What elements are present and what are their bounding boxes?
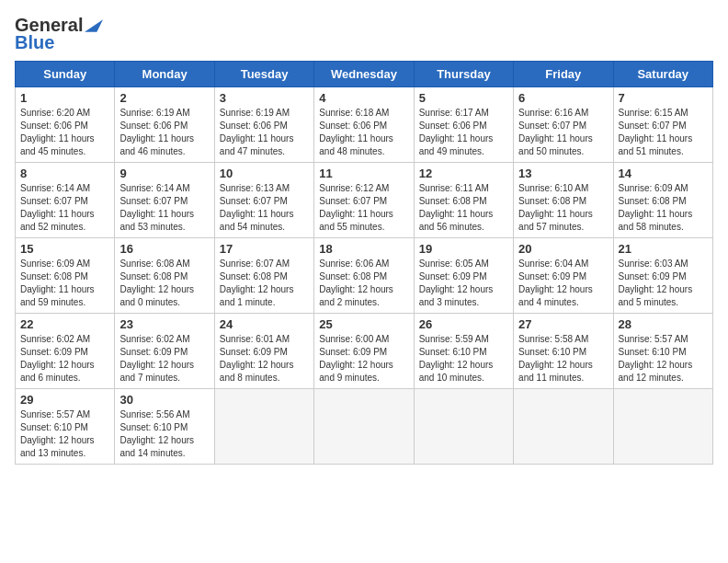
logo-icon — [85, 19, 103, 32]
day-info: Sunrise: 6:11 AM Sunset: 6:08 PM Dayligh… — [419, 182, 508, 234]
sunrise-time: Sunrise: 6:02 AM — [119, 334, 189, 344]
day-number: 12 — [419, 167, 508, 180]
daylight-hours: Daylight: 11 hours and 50 minutes. — [518, 133, 593, 156]
calendar-week-3: 15 Sunrise: 6:09 AM Sunset: 6:08 PM Dayl… — [16, 238, 713, 314]
sunset-time: Sunset: 6:07 PM — [119, 196, 188, 206]
calendar-week-1: 1 Sunrise: 6:20 AM Sunset: 6:06 PM Dayli… — [16, 87, 713, 163]
day-cell-20: 20 Sunrise: 6:04 AM Sunset: 6:09 PM Dayl… — [514, 238, 613, 314]
daylight-hours: Daylight: 12 hours and 1 minute. — [220, 284, 294, 307]
day-cell-25: 25 Sunrise: 6:00 AM Sunset: 6:09 PM Dayl… — [314, 314, 414, 389]
daylight-hours: Daylight: 11 hours and 54 minutes. — [220, 209, 294, 232]
day-number: 19 — [419, 242, 508, 256]
day-cell-19: 19 Sunrise: 6:05 AM Sunset: 6:09 PM Dayl… — [414, 238, 513, 314]
sunset-time: Sunset: 6:09 PM — [220, 347, 288, 357]
day-header-tuesday: Tuesday — [214, 62, 313, 87]
svg-marker-0 — [85, 19, 103, 31]
sunset-time: Sunset: 6:09 PM — [119, 347, 188, 357]
sunset-time: Sunset: 6:07 PM — [518, 121, 586, 131]
sunset-time: Sunset: 6:06 PM — [419, 121, 487, 131]
day-number: 16 — [119, 242, 209, 256]
sunrise-time: Sunrise: 6:14 AM — [119, 183, 189, 193]
day-number: 10 — [220, 167, 309, 180]
calendar-week-5: 29 Sunrise: 5:57 AM Sunset: 6:10 PM Dayl… — [16, 389, 713, 465]
sunrise-time: Sunrise: 6:15 AM — [619, 108, 688, 118]
day-header-wednesday: Wednesday — [314, 62, 414, 87]
day-number: 2 — [119, 91, 209, 105]
day-cell-18: 18 Sunrise: 6:06 AM Sunset: 6:08 PM Dayl… — [314, 238, 414, 314]
daylight-hours: Daylight: 11 hours and 45 minutes. — [20, 133, 95, 156]
sunset-time: Sunset: 6:09 PM — [518, 271, 586, 282]
day-number: 21 — [619, 242, 708, 256]
day-info: Sunrise: 6:01 AM Sunset: 6:09 PM Dayligh… — [220, 333, 309, 385]
daylight-hours: Daylight: 11 hours and 59 minutes. — [20, 284, 95, 307]
sunrise-time: Sunrise: 6:02 AM — [20, 334, 90, 344]
day-header-monday: Monday — [115, 62, 214, 87]
sunrise-time: Sunrise: 6:01 AM — [220, 334, 290, 344]
day-number: 8 — [20, 167, 109, 180]
sunrise-time: Sunrise: 6:09 AM — [20, 259, 90, 269]
sunrise-time: Sunrise: 5:57 AM — [20, 409, 90, 419]
day-cell-13: 13 Sunrise: 6:10 AM Sunset: 6:08 PM Dayl… — [514, 163, 613, 238]
calendar-week-2: 8 Sunrise: 6:14 AM Sunset: 6:07 PM Dayli… — [16, 163, 713, 238]
sunrise-time: Sunrise: 6:17 AM — [419, 108, 489, 118]
day-info: Sunrise: 6:19 AM Sunset: 6:06 PM Dayligh… — [220, 107, 309, 158]
day-cell-29: 29 Sunrise: 5:57 AM Sunset: 6:10 PM Dayl… — [16, 389, 115, 465]
day-info: Sunrise: 6:05 AM Sunset: 6:09 PM Dayligh… — [419, 258, 508, 309]
day-cell-2: 2 Sunrise: 6:19 AM Sunset: 6:06 PM Dayli… — [115, 87, 214, 163]
logo-blue: Blue — [15, 32, 54, 53]
day-header-saturday: Saturday — [613, 62, 712, 87]
day-header-sunday: Sunday — [16, 62, 115, 87]
sunrise-time: Sunrise: 6:11 AM — [419, 183, 489, 193]
day-header-friday: Friday — [514, 62, 613, 87]
daylight-hours: Daylight: 11 hours and 47 minutes. — [220, 133, 294, 156]
day-cell-14: 14 Sunrise: 6:09 AM Sunset: 6:08 PM Dayl… — [613, 163, 712, 238]
sunset-time: Sunset: 6:10 PM — [20, 422, 88, 432]
sunset-time: Sunset: 6:09 PM — [619, 271, 687, 282]
sunrise-time: Sunrise: 6:14 AM — [20, 183, 90, 193]
daylight-hours: Daylight: 12 hours and 9 minutes. — [319, 360, 393, 383]
day-info: Sunrise: 6:04 AM Sunset: 6:09 PM Dayligh… — [518, 258, 608, 309]
sunset-time: Sunset: 6:08 PM — [20, 271, 88, 282]
daylight-hours: Daylight: 11 hours and 46 minutes. — [119, 133, 194, 156]
day-cell-16: 16 Sunrise: 6:08 AM Sunset: 6:08 PM Dayl… — [115, 238, 214, 314]
day-info: Sunrise: 6:14 AM Sunset: 6:07 PM Dayligh… — [119, 182, 209, 234]
day-info: Sunrise: 6:03 AM Sunset: 6:09 PM Dayligh… — [619, 258, 708, 309]
day-cell-11: 11 Sunrise: 6:12 AM Sunset: 6:07 PM Dayl… — [314, 163, 414, 238]
daylight-hours: Daylight: 11 hours and 58 minutes. — [619, 209, 693, 232]
day-info: Sunrise: 6:09 AM Sunset: 6:08 PM Dayligh… — [20, 258, 109, 309]
day-cell-27: 27 Sunrise: 5:58 AM Sunset: 6:10 PM Dayl… — [514, 314, 613, 389]
sunset-time: Sunset: 6:06 PM — [220, 121, 288, 131]
day-number: 27 — [518, 317, 608, 331]
sunrise-time: Sunrise: 6:20 AM — [20, 108, 90, 118]
sunset-time: Sunset: 6:10 PM — [518, 347, 586, 357]
day-cell-4: 4 Sunrise: 6:18 AM Sunset: 6:06 PM Dayli… — [314, 87, 414, 163]
sunset-time: Sunset: 6:07 PM — [319, 196, 387, 206]
sunset-time: Sunset: 6:09 PM — [419, 271, 487, 282]
sunrise-time: Sunrise: 6:05 AM — [419, 259, 489, 269]
day-cell-6: 6 Sunrise: 6:16 AM Sunset: 6:07 PM Dayli… — [514, 87, 613, 163]
day-cell-23: 23 Sunrise: 6:02 AM Sunset: 6:09 PM Dayl… — [115, 314, 214, 389]
sunset-time: Sunset: 6:06 PM — [119, 121, 188, 131]
day-info: Sunrise: 6:09 AM Sunset: 6:08 PM Dayligh… — [619, 182, 708, 234]
day-info: Sunrise: 6:18 AM Sunset: 6:06 PM Dayligh… — [319, 107, 408, 158]
sunset-time: Sunset: 6:10 PM — [419, 347, 487, 357]
day-cell-21: 21 Sunrise: 6:03 AM Sunset: 6:09 PM Dayl… — [613, 238, 712, 314]
sunrise-time: Sunrise: 6:13 AM — [220, 183, 290, 193]
sunrise-time: Sunrise: 6:12 AM — [319, 183, 389, 193]
sunset-time: Sunset: 6:06 PM — [20, 121, 88, 131]
sunrise-time: Sunrise: 5:57 AM — [619, 334, 688, 344]
day-header-thursday: Thursday — [414, 62, 513, 87]
day-cell-1: 1 Sunrise: 6:20 AM Sunset: 6:06 PM Dayli… — [16, 87, 115, 163]
day-info: Sunrise: 6:14 AM Sunset: 6:07 PM Dayligh… — [20, 182, 109, 234]
day-cell-24: 24 Sunrise: 6:01 AM Sunset: 6:09 PM Dayl… — [214, 314, 313, 389]
day-info: Sunrise: 6:00 AM Sunset: 6:09 PM Dayligh… — [319, 333, 408, 385]
sunrise-time: Sunrise: 5:58 AM — [518, 334, 588, 344]
daylight-hours: Daylight: 12 hours and 4 minutes. — [518, 284, 593, 307]
day-number: 4 — [319, 91, 408, 105]
day-info: Sunrise: 6:08 AM Sunset: 6:08 PM Dayligh… — [119, 258, 209, 309]
sunrise-time: Sunrise: 6:19 AM — [220, 108, 290, 118]
day-number: 3 — [220, 91, 309, 105]
sunset-time: Sunset: 6:07 PM — [619, 121, 687, 131]
day-info: Sunrise: 5:56 AM Sunset: 6:10 PM Dayligh… — [119, 408, 209, 460]
daylight-hours: Daylight: 12 hours and 7 minutes. — [119, 360, 194, 383]
